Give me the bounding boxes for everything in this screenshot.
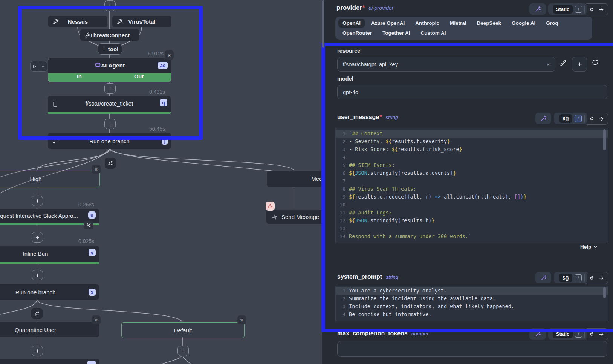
node-label: VirusTotal <box>128 18 156 25</box>
connect-output-button[interactable] <box>584 113 608 125</box>
agent-out-label[interactable]: Out <box>134 73 144 80</box>
node-create-ticket[interactable]: f/soar/create_ticket q <box>48 96 171 114</box>
max-tokens-input[interactable] <box>337 341 607 357</box>
add-step-connector[interactable] <box>32 196 43 206</box>
provider-tab-anthropic[interactable]: Anthropic <box>411 19 443 28</box>
input-mode-toggle[interactable]: ${} ƒ <box>554 113 587 124</box>
node-inline-bun[interactable]: Inline Bun y <box>0 246 99 264</box>
magic-wand-icon <box>540 115 547 122</box>
node-label: Quarantine User <box>15 327 56 333</box>
help-button[interactable]: Help <box>580 244 598 250</box>
node-nessus[interactable]: Nessus <box>48 16 107 27</box>
node-label: AI Agent <box>101 62 125 69</box>
edit-resource-button[interactable] <box>560 60 567 66</box>
provider-tab-together-ai[interactable]: Together AI <box>378 29 414 37</box>
input-mode-toggle[interactable]: Static ƒ <box>548 3 587 15</box>
panel-scrollbar[interactable] <box>322 0 324 48</box>
plug-icon <box>589 332 595 337</box>
expression-mode-icon[interactable]: ƒ <box>575 330 582 338</box>
help-label: Help <box>580 244 591 250</box>
add-step-connector[interactable] <box>104 83 116 94</box>
mode-expression[interactable]: ${} <box>559 274 572 282</box>
provider-tab-custom-ai[interactable]: Custom AI <box>417 29 450 37</box>
provider-tab-azure-openai[interactable]: Azure OpenAI <box>367 19 409 28</box>
wrench-icon <box>85 32 90 38</box>
play-icon[interactable] <box>31 61 39 71</box>
resource-input[interactable]: f/soar/chatgpt_api_key × <box>337 57 555 72</box>
provider-tab-openai[interactable]: OpenAI <box>338 19 365 28</box>
plus-icon <box>108 122 113 127</box>
add-resource-button[interactable] <box>572 57 587 72</box>
node-ai-agent[interactable]: AI Agent ac In Out <box>48 58 171 82</box>
ai-autofill-button[interactable] <box>535 272 551 283</box>
editor-scrollbar[interactable] <box>603 129 606 150</box>
code-line: 3Include context, indicators, and what l… <box>336 303 608 310</box>
mode-static[interactable]: Static <box>553 330 573 338</box>
node-run-one-branch-1[interactable]: Run one branch j <box>48 133 171 149</box>
plus-icon <box>35 235 40 240</box>
node-threatconnect[interactable]: ThreatConnect <box>80 29 139 41</box>
plug-icon <box>589 116 595 122</box>
input-mode-toggle[interactable]: Static ƒ <box>548 328 587 340</box>
mode-expression[interactable]: ${} <box>559 114 572 123</box>
arrow-right-icon <box>598 116 604 122</box>
provider-tab-google-ai[interactable]: Google AI <box>508 19 540 28</box>
model-input[interactable]: gpt-4o <box>337 85 607 99</box>
code-line: 1`## Context <box>336 130 608 138</box>
expression-mode-icon[interactable]: ƒ <box>575 115 582 122</box>
close-icon[interactable]: × <box>92 315 101 324</box>
add-branch-button[interactable] <box>105 158 116 169</box>
clear-icon[interactable]: × <box>546 61 550 67</box>
close-icon[interactable]: × <box>237 315 246 324</box>
expression-mode-icon[interactable]: ƒ <box>575 6 582 13</box>
agent-in-label[interactable]: In <box>77 73 82 80</box>
add-step-connector[interactable] <box>32 346 43 356</box>
add-step-connector[interactable] <box>177 346 189 356</box>
run-node-button[interactable] <box>30 61 47 72</box>
node-branch-default[interactable]: Default <box>121 322 245 338</box>
node-partial-bottom[interactable] <box>0 359 99 364</box>
node-tool[interactable]: tool <box>98 43 122 55</box>
ai-autofill-button[interactable] <box>529 3 546 15</box>
connect-output-button[interactable] <box>584 272 608 284</box>
chevron-down-icon[interactable] <box>39 61 47 71</box>
magic-wand-icon <box>535 6 541 12</box>
user-message-editor[interactable]: 1`## Context2- Severity: ${results.f.sev… <box>335 128 608 243</box>
system-prompt-editor[interactable]: 1You are a cybersecurity analyst.2Summar… <box>335 286 608 321</box>
model-label: model <box>337 76 353 82</box>
input-mode-toggle[interactable]: ${} ƒ <box>554 272 587 283</box>
node-virustotal[interactable]: VirusTotal <box>112 16 171 27</box>
editor-scrollbar[interactable] <box>603 287 606 298</box>
ai-autofill-button[interactable] <box>535 113 551 124</box>
close-icon[interactable]: × <box>165 50 174 60</box>
provider-tab-openrouter[interactable]: OpenRouter <box>338 29 376 37</box>
workflow-builder-app: Nessus VirusTotal ThreatConnect tool 6.9… <box>0 0 613 364</box>
provider-tab-deepseek[interactable]: DeepSeek <box>473 19 506 28</box>
provider-tab-groq[interactable]: Groq <box>542 19 562 28</box>
slack-icon <box>272 214 278 220</box>
mode-static[interactable]: Static <box>553 5 573 14</box>
node-quarantine-user[interactable]: Quarantine User <box>0 322 99 337</box>
node-label: Run one branch <box>89 138 130 144</box>
provider-tab-mistral[interactable]: Mistral <box>446 19 471 28</box>
node-branch-medium[interactable]: Medium <box>267 171 322 187</box>
plus-icon <box>108 3 113 8</box>
connect-output-button[interactable] <box>584 3 608 15</box>
add-branch-button[interactable] <box>31 308 43 319</box>
add-step-connector[interactable] <box>32 232 43 243</box>
connect-output-button[interactable] <box>584 328 608 340</box>
ai-autofill-button[interactable] <box>529 328 546 340</box>
node-run-one-branch-2[interactable]: Run one branch x <box>0 284 99 300</box>
refresh-resources-button[interactable] <box>592 59 599 66</box>
node-send-message[interactable]: Send Message <box>266 210 322 224</box>
add-step-connector[interactable] <box>104 0 116 11</box>
add-step-connector[interactable] <box>104 119 116 129</box>
system-prompt-header: system_prompt string <box>337 274 398 280</box>
workflow-canvas[interactable]: Nessus VirusTotal ThreatConnect tool 6.9… <box>0 0 322 364</box>
expression-mode-icon[interactable]: ƒ <box>575 274 582 281</box>
node-branch-high[interactable]: High <box>0 171 100 187</box>
code-line: 11## Audit Logs: <box>336 209 608 217</box>
phone-incoming-icon[interactable] <box>84 221 93 229</box>
add-step-connector[interactable] <box>32 270 43 280</box>
close-icon[interactable]: × <box>92 165 101 174</box>
